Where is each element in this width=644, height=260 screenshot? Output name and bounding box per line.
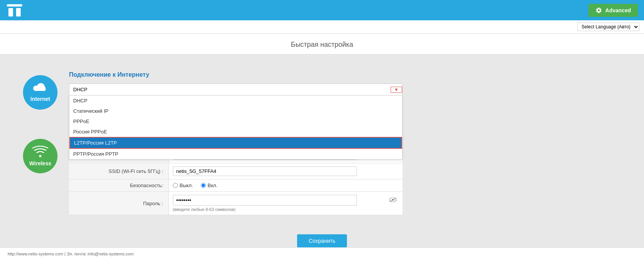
dropdown-item-dhcp[interactable]: DHCP	[69, 95, 402, 106]
netis-logo-icon	[6, 3, 23, 17]
header: Advanced	[0, 0, 644, 20]
dropdown-item-pptp[interactable]: PPTP/Россия PPTP	[69, 149, 402, 159]
security-on-label[interactable]: Вкл.	[201, 183, 218, 188]
internet-section-content: Подключение к Интернету ▼ DHCP Статическ…	[69, 71, 621, 95]
footer: http://www.netis-systems.com | Эл. почта…	[0, 247, 644, 260]
svg-rect-0	[7, 4, 22, 7]
security-off-label[interactable]: Выкл.	[173, 183, 193, 188]
advanced-button[interactable]: Advanced	[588, 4, 638, 17]
dropdown-item-l2tp[interactable]: L2TP/Россия L2TP	[69, 137, 402, 149]
language-select[interactable]: Select Language (Авто) English Русский	[577, 23, 639, 31]
wireless-circle-icon: Wireless	[23, 139, 58, 173]
password-input[interactable]	[173, 195, 357, 206]
show-password-button[interactable]	[389, 197, 396, 203]
ssid-5g-label: SSID (Wi-Fi сеть 5ГГц) :	[69, 163, 169, 179]
main-content: Internet Подключение к Интернету ▼ DHCP …	[0, 54, 644, 260]
internet-icon-label: Internet	[30, 96, 50, 102]
security-row: Безопасность: Выкл. Вкл.	[69, 179, 402, 192]
gear-icon	[595, 7, 602, 14]
security-on-text: Вкл.	[208, 183, 218, 188]
language-bar: Select Language (Авто) English Русский	[0, 20, 644, 34]
save-button[interactable]: Сохранить	[297, 234, 347, 247]
password-row: Пароль :	[69, 192, 402, 215]
dropdown-toggle-button[interactable]: ▼	[391, 87, 402, 93]
security-on-radio[interactable]	[201, 183, 206, 188]
dropdown-item-pppoe[interactable]: PPPoE	[69, 116, 402, 127]
security-label: Безопасность:	[69, 179, 169, 192]
svg-rect-2	[16, 8, 21, 16]
svg-rect-1	[8, 8, 13, 16]
internet-section-title: Подключение к Интернету	[69, 71, 621, 78]
security-off-text: Выкл.	[180, 183, 193, 188]
password-label: Пароль :	[69, 192, 169, 215]
ssid-5g-row: SSID (Wi-Fi сеть 5ГГц) :	[69, 163, 402, 179]
password-hint: (введите любые 8-63 символов)	[173, 207, 399, 212]
security-value: Выкл. Вкл.	[169, 179, 402, 192]
advanced-label: Advanced	[605, 7, 631, 13]
security-radio-group: Выкл. Вкл.	[173, 183, 399, 188]
logo	[6, 3, 23, 17]
connection-type-dropdown-list: DHCP Статический IP PPPoE Россия PPPoE L…	[69, 95, 402, 160]
ssid-5g-input[interactable]	[173, 166, 357, 176]
internet-circle-icon: Internet	[23, 75, 58, 110]
security-off-radio[interactable]	[173, 183, 178, 188]
eye-icon	[389, 197, 396, 202]
footer-text: http://www.netis-systems.com | Эл. почта…	[8, 252, 134, 256]
dropdown-item-static[interactable]: Статический IP	[69, 106, 402, 116]
internet-section: Internet Подключение к Интернету ▼ DHCP …	[0, 62, 644, 121]
connection-type-input[interactable]	[69, 84, 391, 95]
page-title-bar: Быстрая настройка	[0, 34, 644, 54]
cloud-icon	[32, 83, 48, 94]
internet-section-inner: Internet Подключение к Интернету ▼ DHCP …	[0, 67, 644, 114]
password-value: (введите любые 8-63 символов)	[169, 192, 402, 215]
ssid-5g-value	[169, 163, 402, 179]
dropdown-item-russia-pppoe[interactable]: Россия PPPoE	[69, 127, 402, 137]
connection-type-dropdown-wrapper: ▼ DHCP Статический IP PPPoE Россия PPPoE…	[69, 84, 402, 95]
wireless-icon-label: Wireless	[29, 160, 51, 166]
wifi-icon	[32, 146, 48, 158]
password-field-wrapper	[173, 195, 399, 206]
page-title: Быстрая настройка	[291, 41, 353, 48]
